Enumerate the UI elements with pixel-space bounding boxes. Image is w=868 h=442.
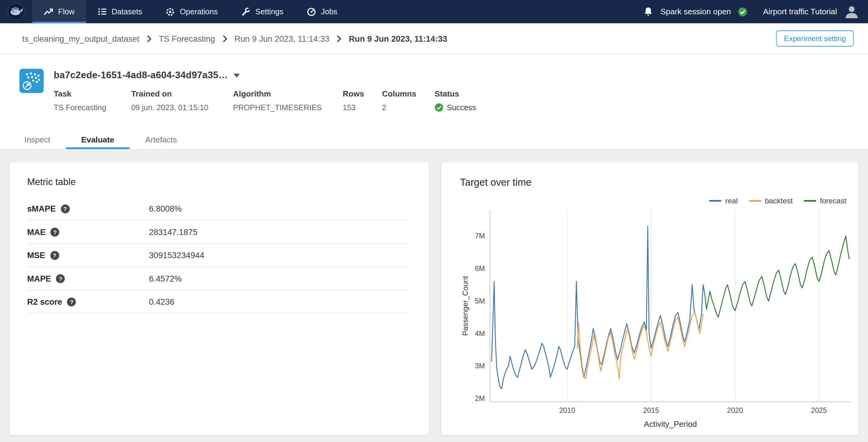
help-icon[interactable]: ? [50,251,59,260]
help-icon[interactable]: ? [67,297,76,306]
top-navbar: Flow Datasets Operations [0,0,868,23]
run-id-title: ba7c2ede-1651-4ad8-a604-34d97a35… [54,70,228,81]
experiment-setting-button[interactable]: Experiment setting [776,30,854,47]
svg-text:Passenger_Count: Passenger_Count [461,276,469,336]
target-over-time-chart[interactable]: 2M3M4M5M6M7M2010201520202025Passenger_Co… [460,193,854,431]
metric-row-mse: MSE ? 309153234944 [27,244,409,267]
run-meta-row: Task TS Forecasting Trained on 09 jun. 2… [54,89,846,112]
metric-table-card: Metric table sMAPE ? 6.8008% MAE ? 28314… [9,161,429,435]
tab-inspect[interactable]: Inspect [9,130,66,149]
datasets-list-icon [98,7,106,16]
nav-label: Operations [180,7,218,16]
help-icon[interactable]: ? [56,274,65,283]
main-content: Metric table sMAPE ? 6.8008% MAE ? 28314… [0,149,868,435]
flow-trend-icon [44,7,53,16]
svg-text:6M: 6M [475,265,485,272]
metric-table-title: Metric table [27,176,409,188]
target-over-time-card: Target over time real backtest forecast … [441,161,859,435]
model-icon [20,69,44,93]
nav-item-jobs[interactable]: Jobs [295,0,349,23]
status-badge: Success [435,103,476,112]
nav-label: Jobs [321,7,338,16]
gear-icon [165,7,175,17]
jobs-gauge-icon [307,7,316,17]
main-nav: Flow Datasets Operations [32,0,349,23]
nav-item-settings[interactable]: Settings [229,0,295,23]
app-logo[interactable] [0,0,32,23]
run-header-body: ba7c2ede-1651-4ad8-a604-34d97a35… Task T… [54,69,846,130]
help-icon[interactable]: ? [61,204,70,213]
spark-session-status: Spark session open [660,7,731,16]
status-success-check-icon [435,103,443,112]
help-icon[interactable]: ? [51,227,59,236]
project-name[interactable]: Airport traffic Tutorial [763,7,837,16]
breadcrumb-chevron-icon [147,35,151,42]
user-avatar-icon[interactable] [844,4,859,19]
svg-text:3M: 3M [475,362,485,370]
breadcrumb-chevron-icon [337,35,342,42]
nav-item-datasets[interactable]: Datasets [86,0,154,23]
run-dropdown-caret-icon[interactable] [234,73,240,77]
tab-artefacts[interactable]: Artefacts [130,130,192,149]
breadcrumb-item-task[interactable]: TS Forecasting [159,34,215,43]
svg-text:Activity_Period: Activity_Period [644,419,697,429]
breadcrumb-chevron-icon [222,35,227,42]
nav-item-flow[interactable]: Flow [32,0,86,23]
notifications-bell-icon[interactable] [643,6,653,17]
metric-row-smape: sMAPE ? 6.8008% [27,197,409,220]
meta-columns: Columns 2 [382,89,435,112]
meta-task: Task TS Forecasting [54,89,131,112]
svg-text:2010: 2010 [559,406,575,414]
nav-label: Datasets [112,7,142,16]
meta-trained-on: Trained on 09 jun. 2023, 01:15:10 [131,89,233,112]
breadcrumb-item-dataset[interactable]: ts_cleaning_my_output_dataset [22,34,140,43]
nav-label: Flow [58,7,74,16]
tab-bar: Inspect Evaluate Artefacts [0,130,868,150]
whale-logo-icon [7,3,25,20]
meta-status: Status Success [435,89,476,112]
tab-evaluate[interactable]: Evaluate [66,130,130,149]
meta-rows: Rows 153 [343,89,382,112]
app-root: Flow Datasets Operations [0,0,868,442]
nav-label: Settings [255,7,283,16]
wrench-icon [241,7,250,17]
svg-text:2M: 2M [475,394,485,403]
meta-algorithm: Algorithm PROPHET_TIMESERIES [233,89,342,112]
chart-title: Target over time [460,177,859,188]
metric-row-mae: MAE ? 283147.1875 [27,220,409,243]
svg-text:2015: 2015 [643,406,659,414]
run-header: ba7c2ede-1651-4ad8-a604-34d97a35… Task T… [0,54,868,130]
breadcrumb-bar: ts_cleaning_my_output_dataset TS Forecas… [0,23,868,54]
spark-success-check-icon [738,7,748,17]
navbar-right: Spark session open Airport traffic Tutor… [643,0,868,23]
svg-text:2025: 2025 [811,406,827,414]
svg-text:2020: 2020 [727,406,743,414]
metric-row-mape: MAPE ? 6.4572% [27,267,409,290]
breadcrumb-item-run[interactable]: Run 9 Jun 2023, 11:14:33 [235,34,330,43]
breadcrumb-item-current-run: Run 9 Jun 2023, 11:14:33 [349,34,447,43]
svg-text:5M: 5M [475,297,485,305]
svg-text:7M: 7M [475,232,485,240]
metric-row-r2: R2 score ? 0.4236 [27,290,409,314]
svg-text:4M: 4M [475,330,485,337]
nav-item-operations[interactable]: Operations [154,0,229,23]
